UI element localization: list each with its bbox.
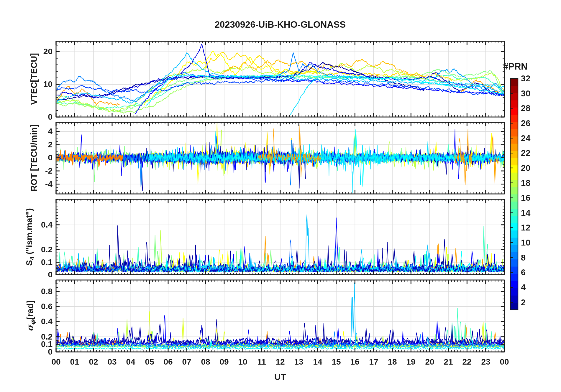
colorbar-tick-label: 26: [521, 118, 542, 128]
colorbar-tick-label: 10: [521, 238, 542, 247]
colorbar-tick-label: 6: [521, 268, 542, 277]
y-tick-label: -4: [0, 179, 53, 189]
y-tick-label: 0: [0, 112, 53, 122]
y-tick-label: 20: [0, 47, 53, 56]
colorbar-tick-label: 2: [521, 298, 542, 307]
y-tick-label: 0.6: [0, 302, 53, 311]
figure: 20230926-UiB-KHO-GLONASS VTEC[TECU] ROT …: [0, 0, 561, 392]
colorbar-tick-label: 20: [521, 163, 542, 173]
y-tick-label: 0.2: [0, 332, 53, 342]
colorbar-tick-label: 22: [521, 148, 542, 158]
y-tick-label: 0: [0, 270, 53, 279]
colorbar-tick-label: 16: [521, 193, 542, 202]
x-axis-label: UT: [56, 372, 504, 382]
y-tick-label: 0.4: [0, 317, 53, 326]
y-tick-label: 10: [0, 80, 53, 89]
colorbar-tick-label: 4: [521, 283, 542, 292]
colorbar-title: #PRN: [503, 61, 528, 72]
x-tick-label: 00: [492, 357, 517, 367]
y-axis-label-vtec: VTEC[TECU]: [29, 53, 40, 105]
colorbar-tick-label: 8: [521, 253, 542, 262]
colorbar-tick-label: 30: [521, 89, 542, 98]
y-tick-label: 0.8: [0, 287, 53, 296]
y-tick-label: -2: [0, 166, 53, 176]
colorbar-tick-label: 28: [521, 103, 542, 113]
y-tick-label: 0.1: [0, 258, 53, 267]
colorbar-tick-label: 18: [521, 178, 542, 188]
chart-canvas: [0, 0, 561, 392]
colorbar-tick-label: 24: [521, 134, 542, 143]
colorbar-tick-label: 14: [521, 208, 542, 218]
colorbar-tick-label: 32: [521, 74, 542, 83]
colorbar-tick-label: 12: [521, 223, 542, 232]
y-tick-label: 0.2: [0, 245, 53, 254]
y-tick-label: 4: [0, 127, 53, 136]
chart-title: 20230926-UiB-KHO-GLONASS: [56, 19, 504, 30]
ylabel-text: VTEC[TECU]: [29, 53, 39, 105]
y-tick-label: 0.4: [0, 220, 53, 230]
y-tick-label: 0: [0, 153, 53, 162]
y-tick-label: 2: [0, 140, 53, 149]
y-axis-label-s4: S4 ("ism.mat"): [24, 208, 36, 266]
